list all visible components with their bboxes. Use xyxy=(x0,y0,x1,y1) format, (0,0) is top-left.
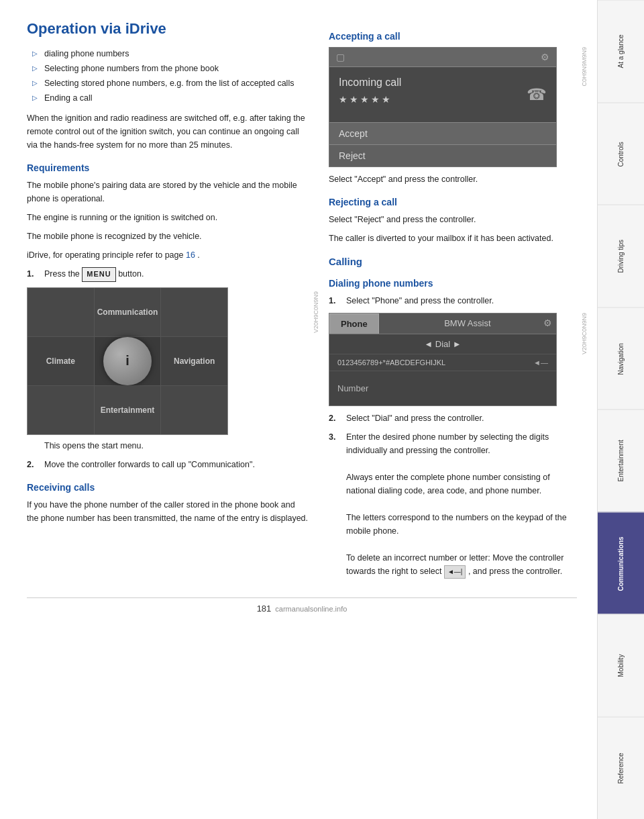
receiving-text: If you have the phone number of the call… xyxy=(27,498,309,525)
page-number: 181 xyxy=(257,604,272,614)
list-item: dialing phone numbers xyxy=(32,47,309,60)
req-text4: iDrive, for operating principle refer to… xyxy=(27,248,309,262)
incoming-stars: ★★★★★ xyxy=(339,94,547,105)
phone-handset-icon: ☎ xyxy=(527,85,547,104)
incoming-call-label: Incoming call xyxy=(339,77,547,89)
req-text1: The mobile phone's pairing data are stor… xyxy=(27,179,309,205)
number-field-label: Number xyxy=(329,371,556,405)
accept-instruction: Select "Accept" and press the controller… xyxy=(329,173,577,186)
phone-screenshot: Phone BMW Assist ⚙ ◄ Dial ► 0123456789+*… xyxy=(329,313,577,406)
communication-label: Communication xyxy=(95,288,161,336)
receiving-calls-heading: Receiving calls xyxy=(27,482,309,493)
settings-icon: ⚙ xyxy=(541,52,549,62)
bmw-assist-tab[interactable]: BMW Assist xyxy=(379,314,556,334)
dial-step1: 1. Select "Phone" and press the controll… xyxy=(329,294,577,307)
step2: 2. Move the controller forwards to call … xyxy=(27,458,309,471)
idrive-i-icon: i xyxy=(125,353,129,369)
navigation-label: Navigation xyxy=(161,337,227,385)
screen-settings-icon: ⚙ xyxy=(543,318,552,328)
number-chars-row: 0123456789+*#ABCDEFGHIJKL ◄— xyxy=(329,354,556,371)
rejecting-heading: Rejecting a call xyxy=(329,197,577,207)
sidebar-item-at-a-glance[interactable]: At a glance xyxy=(598,0,644,103)
dial-row: ◄ Dial ► xyxy=(329,334,556,354)
req-text3: The mobile phone is recognized by the ve… xyxy=(27,230,309,243)
sidebar-item-reference[interactable]: Reference xyxy=(598,717,644,820)
incoming-call-screenshot: ▢ ⚙ Incoming call ★★★★★ ☎ Accept Reject … xyxy=(329,47,577,167)
dialing-heading: Dialing phone numbers xyxy=(329,278,577,289)
watermark-idrive: V20H9C0N9N9 xyxy=(313,291,319,333)
idrive-center: i xyxy=(95,337,161,385)
carmanuals-watermark: carmanualsonline.info xyxy=(275,605,347,613)
list-item: Selecting phone numbers from the phone b… xyxy=(32,62,309,75)
left-column: Operation via iDrive dialing phone numbe… xyxy=(27,20,309,584)
step1-note: This opens the start menu. xyxy=(44,439,309,452)
requirements-heading: Requirements xyxy=(27,162,309,173)
step1: 1. Press the MENU button. xyxy=(27,267,309,282)
page-link[interactable]: 16 xyxy=(186,250,195,260)
watermark-incoming: C0H9N9M9N9 xyxy=(581,47,588,87)
reject-text2: The caller is diverted to your mailbox i… xyxy=(329,232,577,245)
sidebar-item-mobility[interactable]: Mobility xyxy=(598,614,644,717)
list-item: Selecting stored phone numbers, e.g. fro… xyxy=(32,77,309,90)
sidebar-item-entertainment[interactable]: Entertainment xyxy=(598,410,644,512)
accepting-heading: Accepting a call xyxy=(329,31,577,42)
backspace-symbol: ◄—| xyxy=(444,565,466,579)
reject-text1: Select "Reject" and press the controller… xyxy=(329,213,577,226)
watermark-phone: V20H9C0N9N9 xyxy=(581,313,588,354)
accept-button[interactable]: Accept xyxy=(329,122,556,144)
main-content: Operation via iDrive dialing phone numbe… xyxy=(0,0,597,819)
sidebar-item-controls[interactable]: Controls xyxy=(598,103,644,205)
backspace-icon: ◄— xyxy=(533,358,548,367)
right-column: Accepting a call ▢ ⚙ Incoming call ★★★★★… xyxy=(329,20,577,584)
idrive-screenshot: Communication Climate i Navigation Enter… xyxy=(27,287,309,435)
sidebar-item-communications[interactable]: Communications xyxy=(598,512,644,615)
list-item: Ending a call xyxy=(32,91,309,105)
dial-step3: 3. Enter the desired phone number by sel… xyxy=(329,430,577,579)
menu-button-label: MENU xyxy=(82,267,115,282)
req-text2: The engine is running or the ignition is… xyxy=(27,211,309,224)
reject-button[interactable]: Reject xyxy=(329,144,556,166)
entertainment-label: Entertainment xyxy=(95,386,161,434)
dial-step2: 2. Select "Dial" and press the controlle… xyxy=(329,412,577,425)
sidebar-item-navigation[interactable]: Navigation xyxy=(598,307,644,410)
climate-label: Climate xyxy=(28,337,94,385)
sidebar-item-driving-tips[interactable]: Driving tips xyxy=(598,205,644,307)
page-title: Operation via iDrive xyxy=(27,20,309,38)
phone-tab[interactable]: Phone xyxy=(329,314,379,334)
sidebar: At a glance Controls Driving tips Naviga… xyxy=(597,0,644,819)
feature-list: dialing phone numbers Selecting phone nu… xyxy=(27,47,309,105)
window-icon: ▢ xyxy=(336,52,345,62)
calling-heading: Calling xyxy=(329,256,577,267)
ignition-text: When the ignition and radio readiness ar… xyxy=(27,111,309,152)
